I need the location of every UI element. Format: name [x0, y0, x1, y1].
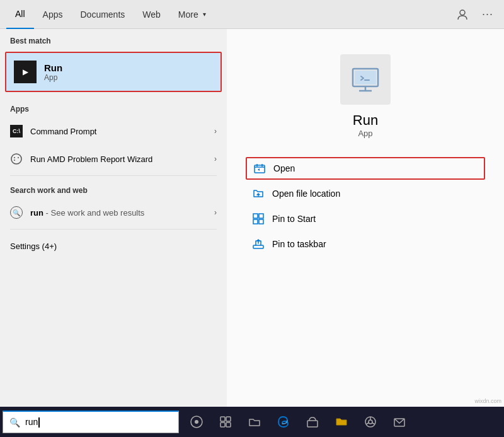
app-name-large: Run	[353, 112, 378, 129]
tab-web[interactable]: Web	[134, 0, 169, 29]
chrome-icon	[364, 416, 377, 428]
task-view-icon	[190, 416, 203, 428]
svg-rect-19	[220, 417, 225, 421]
arrow-icon-2: ›	[214, 154, 217, 163]
list-item-command-prompt[interactable]: C:\ Command Prompt ›	[0, 117, 227, 145]
arrow-icon-3: ›	[214, 208, 217, 217]
pin-start-icon	[252, 213, 265, 225]
svg-rect-13	[253, 219, 258, 224]
taskbar-search-icon: 🔍	[9, 417, 20, 428]
svg-point-3	[18, 157, 19, 158]
action-open[interactable]: Open	[246, 157, 485, 180]
store-icon	[306, 416, 319, 428]
settings-item[interactable]: Settings (4+)	[0, 232, 227, 260]
file-manager-button[interactable]	[241, 408, 268, 436]
svg-point-25	[369, 420, 372, 424]
mail-icon	[393, 416, 406, 428]
search-web-icon: 🔍	[10, 206, 23, 219]
tab-bar: All Apps Documents Web More ▾ ···	[0, 0, 504, 29]
taskbar-search-text: run	[25, 417, 40, 428]
person-icon	[457, 9, 468, 20]
text-cursor	[38, 417, 40, 428]
best-match-title: Run	[44, 62, 62, 73]
file-manager-icon	[248, 416, 261, 428]
arrow-icon-1: ›	[214, 127, 217, 136]
content-area: Best match ▶ Run App Apps C:\ Command Pr…	[0, 29, 504, 437]
best-match-item[interactable]: ▶ Run App	[5, 52, 222, 92]
edge-button[interactable]	[270, 408, 297, 436]
search-panel: All Apps Documents Web More ▾ ···	[0, 0, 504, 437]
chrome-button[interactable]	[357, 408, 384, 436]
command-prompt-label: Command Prompt	[30, 127, 214, 136]
edge-icon	[277, 416, 290, 428]
list-item-amd[interactable]: Run AMD Problem Report Wizard ›	[0, 145, 227, 173]
svg-point-18	[195, 420, 198, 424]
watermark: wixdn.com	[474, 398, 501, 404]
pin-taskbar-icon	[252, 238, 265, 250]
taskbar: 🔍 run	[0, 407, 504, 437]
action-list: Open Open file location	[246, 157, 485, 255]
best-match-label: Best match	[0, 29, 227, 49]
widgets-button[interactable]	[212, 408, 239, 436]
svg-point-1	[11, 154, 21, 164]
svg-point-4	[14, 160, 15, 161]
ellipsis-icon: ···	[482, 8, 493, 21]
folder-icon	[335, 416, 348, 428]
svg-line-27	[366, 423, 369, 425]
amd-label: Run AMD Problem Report Wizard	[30, 154, 214, 164]
svg-rect-14	[259, 219, 263, 224]
search-web-item[interactable]: 🔍 run - See work and web results ›	[0, 199, 227, 226]
action-open-label: Open	[273, 163, 295, 173]
left-panel: Best match ▶ Run App Apps C:\ Command Pr…	[0, 29, 227, 437]
search-web-label: Search work and web	[0, 178, 227, 199]
folder-button[interactable]	[328, 408, 355, 436]
svg-rect-22	[226, 422, 231, 427]
svg-line-28	[372, 423, 375, 425]
svg-point-2	[14, 157, 15, 158]
app-icon-large	[340, 54, 391, 105]
svg-rect-20	[226, 417, 231, 421]
tab-apps[interactable]: Apps	[34, 0, 72, 29]
action-file-location-label: Open file location	[272, 189, 340, 199]
run-app-icon: ▶	[14, 61, 37, 83]
chevron-down-icon: ▾	[203, 11, 206, 18]
best-match-subtitle: App	[44, 73, 62, 82]
divider-1	[10, 175, 217, 176]
action-pin-start[interactable]: Pin to Start	[246, 207, 485, 230]
action-pin-taskbar[interactable]: Pin to taskbar	[246, 233, 485, 255]
action-pin-taskbar-label: Pin to taskbar	[272, 239, 326, 249]
command-prompt-icon: C:\	[10, 125, 23, 137]
run-icon-svg	[350, 64, 381, 95]
amd-icon	[10, 153, 23, 165]
app-type-large: App	[358, 129, 372, 138]
svg-rect-6	[355, 71, 376, 84]
tab-documents[interactable]: Documents	[71, 0, 134, 29]
divider-2	[10, 229, 217, 230]
taskbar-search-box[interactable]: 🔍 run	[3, 411, 179, 433]
store-button[interactable]	[299, 408, 326, 436]
tab-more[interactable]: More ▾	[169, 0, 215, 29]
best-match-text: Run App	[44, 62, 62, 82]
app-preview: Run App	[246, 54, 485, 138]
right-panel: Run App Open	[227, 29, 504, 437]
svg-rect-11	[253, 214, 258, 218]
svg-rect-16	[253, 245, 263, 248]
svg-rect-21	[220, 422, 225, 427]
svg-rect-23	[307, 421, 318, 427]
file-location-icon	[252, 187, 265, 200]
svg-point-0	[460, 10, 465, 15]
more-options-button[interactable]: ···	[478, 4, 498, 25]
settings-label: Settings (4+)	[10, 242, 217, 251]
mail-button[interactable]	[386, 408, 413, 436]
search-web-text: run - See work and web results	[30, 208, 214, 218]
apps-section-label: Apps	[0, 97, 227, 117]
svg-rect-12	[259, 214, 263, 218]
tab-all[interactable]: All	[6, 0, 34, 29]
action-pin-start-label: Pin to Start	[272, 214, 316, 224]
open-icon	[253, 162, 266, 175]
widgets-icon	[219, 416, 232, 428]
task-view-button[interactable]	[183, 408, 210, 436]
profile-button[interactable]	[452, 4, 472, 25]
action-file-location[interactable]: Open file location	[246, 182, 485, 205]
